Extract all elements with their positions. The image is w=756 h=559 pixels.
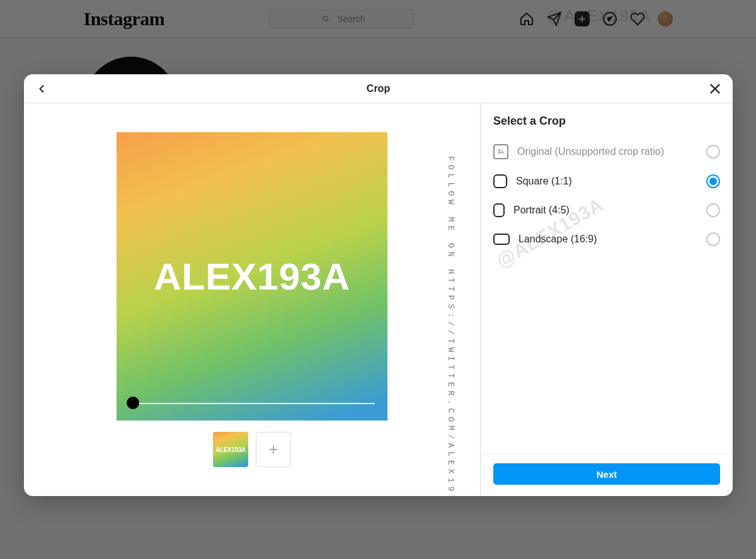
original-ratio-icon [493, 144, 508, 159]
crop-modal: Crop ALEX193A ALEX193A Select a Cr [24, 74, 733, 496]
crop-option-square[interactable]: Square (1:1) [493, 167, 720, 196]
media-thumbnail-row: ALEX193A [213, 432, 291, 467]
preview-overlay-text: ALEX193A [154, 255, 350, 298]
close-button[interactable] [706, 80, 724, 98]
add-media-button[interactable] [256, 432, 291, 467]
svg-point-11 [499, 150, 500, 151]
radio-portrait[interactable] [706, 203, 720, 217]
crop-option-portrait[interactable]: Portrait (4:5) [493, 196, 720, 225]
crop-panel-title: Select a Crop [493, 115, 720, 128]
back-button[interactable] [33, 80, 50, 98]
square-ratio-icon [493, 174, 507, 188]
thumbnail-text: ALEX193A [215, 446, 245, 453]
preview-pane: ALEX193A ALEX193A [24, 103, 481, 496]
zoom-slider-thumb[interactable] [127, 397, 139, 409]
watermark-vertical: FOLLOW ME ON HTTPS://TWITTER.COM/ALEX193… [446, 156, 455, 496]
crop-option-label: Square (1:1) [516, 176, 572, 187]
crop-preview-image[interactable]: ALEX193A [117, 132, 387, 421]
crop-option-original: Original (Unsupported crop ratio) [493, 137, 720, 167]
crop-option-label: Original (Unsupported crop ratio) [517, 146, 664, 157]
landscape-ratio-icon [493, 234, 510, 245]
radio-square[interactable] [706, 174, 720, 188]
crop-side-panel: Select a Crop Original (Unsupported crop… [481, 103, 733, 496]
next-button[interactable]: Next [493, 463, 720, 485]
modal-title: Crop [367, 83, 390, 94]
crop-panel-footer: Next [481, 454, 733, 496]
portrait-ratio-icon [493, 203, 505, 217]
media-thumbnail[interactable]: ALEX193A [213, 432, 248, 467]
radio-original [706, 145, 720, 159]
zoom-slider-track[interactable] [130, 403, 375, 404]
radio-landscape[interactable] [706, 232, 720, 246]
modal-header: Crop [24, 74, 733, 103]
